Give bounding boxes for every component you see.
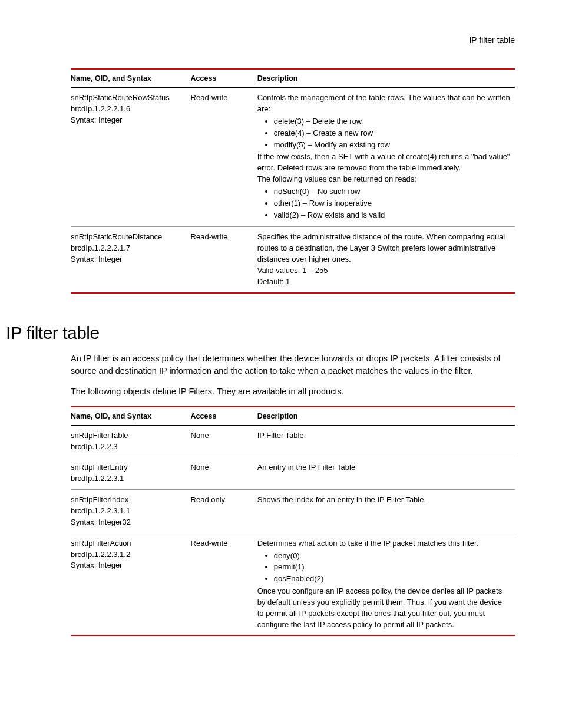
desc-text: Once you configure an IP access policy, … (257, 586, 510, 630)
desc-text: Valid values: 1 – 255 (257, 265, 510, 276)
snmp-table-2: Name, OID, and Syntax Access Description… (71, 406, 515, 637)
bullet-item: qosEnabled(2) (274, 574, 510, 585)
obj-name: snRtIpStaticRouteRowStatus (71, 93, 186, 104)
obj-oid: brcdIp.1.2.2.3.1 (71, 473, 186, 485)
obj-access: Read only (191, 490, 257, 533)
bullet-item: valid(2) – Row exists and is valid (274, 210, 510, 221)
bullet-item: other(1) – Row is inoperative (274, 198, 510, 209)
desc-text: Determines what action to take if the IP… (257, 538, 510, 549)
obj-syntax: Syntax: Integer (71, 560, 186, 571)
obj-syntax: Syntax: Integer (71, 115, 186, 126)
bullet-item: deny(0) (274, 551, 510, 562)
desc-text: Default: 1 (257, 276, 510, 288)
desc-bullets: deny(0) permit(1) qosEnabled(2) (257, 551, 510, 585)
desc-bullets: noSuch(0) – No such row other(1) – Row i… (257, 186, 510, 221)
section-heading: IP filter table (6, 323, 515, 343)
body-paragraph: An IP filter is an access policy that de… (71, 353, 515, 377)
desc-text: Shows the index for an entry in the IP F… (257, 495, 510, 506)
obj-name: snRtIpFilterEntry (71, 462, 186, 473)
obj-oid: brcdIp.1.2.2.2.1.6 (71, 104, 186, 115)
obj-syntax: Syntax: Integer (71, 254, 186, 265)
desc-bullets: delete(3) – Delete the row create(4) – C… (257, 116, 510, 151)
table-row: snRtIpStaticRouteDistance brcdIp.1.2.2.2… (71, 227, 515, 293)
bullet-item: noSuch(0) – No such row (274, 186, 510, 197)
obj-oid: brcdIp.1.2.2.3 (71, 442, 186, 453)
t1-h3: Description (257, 69, 515, 88)
bullet-item: permit(1) (274, 562, 510, 573)
bullet-item: delete(3) – Delete the row (274, 116, 510, 127)
snmp-table-1: Name, OID, and Syntax Access Description… (71, 68, 515, 294)
bullet-item: create(4) – Create a new row (274, 128, 510, 139)
obj-syntax: Syntax: Integer32 (71, 517, 186, 528)
desc-text: If the row exists, then a SET with a val… (257, 151, 510, 174)
obj-access: Read-write (191, 227, 257, 293)
obj-oid: brcdIp.1.2.2.3.1.1 (71, 506, 186, 517)
desc-text: An entry in the IP Filter Table (257, 462, 510, 473)
obj-oid: brcdIp.1.2.2.2.1.7 (71, 243, 186, 254)
obj-name: snRtIpFilterTable (71, 430, 186, 442)
t1-h2: Access (191, 69, 257, 88)
t2-h2: Access (191, 407, 257, 426)
obj-name: snRtIpFilterIndex (71, 495, 186, 506)
desc-text: Controls the management of the table row… (257, 93, 510, 115)
obj-access: None (191, 425, 257, 457)
obj-name: snRtIpFilterAction (71, 538, 186, 549)
obj-access: None (191, 457, 257, 490)
table-row: snRtIpFilterEntry brcdIp.1.2.2.3.1 None … (71, 457, 515, 490)
obj-name: snRtIpStaticRouteDistance (71, 232, 186, 243)
t1-h1: Name, OID, and Syntax (71, 69, 191, 88)
table-row: snRtIpFilterIndex brcdIp.1.2.2.3.1.1 Syn… (71, 490, 515, 533)
obj-access: Read-write (191, 88, 257, 227)
table-row: snRtIpStaticRouteRowStatus brcdIp.1.2.2.… (71, 88, 515, 227)
t2-h3: Description (257, 407, 515, 426)
table-row: snRtIpFilterAction brcdIp.1.2.2.3.1.2 Sy… (71, 533, 515, 635)
body-paragraph: The following objects define IP Filters.… (71, 386, 515, 398)
obj-access: Read-write (191, 533, 257, 635)
desc-text: Specifies the administrative distance of… (257, 232, 510, 265)
t2-h1: Name, OID, and Syntax (71, 407, 191, 426)
bullet-item: modify(5) – Modify an existing row (274, 140, 510, 151)
desc-text: The following values can be returned on … (257, 174, 510, 185)
obj-oid: brcdIp.1.2.2.3.1.2 (71, 549, 186, 561)
page-header: IP filter table (71, 35, 515, 45)
desc-text: IP Filter Table. (257, 430, 510, 442)
table-row: snRtIpFilterTable brcdIp.1.2.2.3 None IP… (71, 425, 515, 457)
